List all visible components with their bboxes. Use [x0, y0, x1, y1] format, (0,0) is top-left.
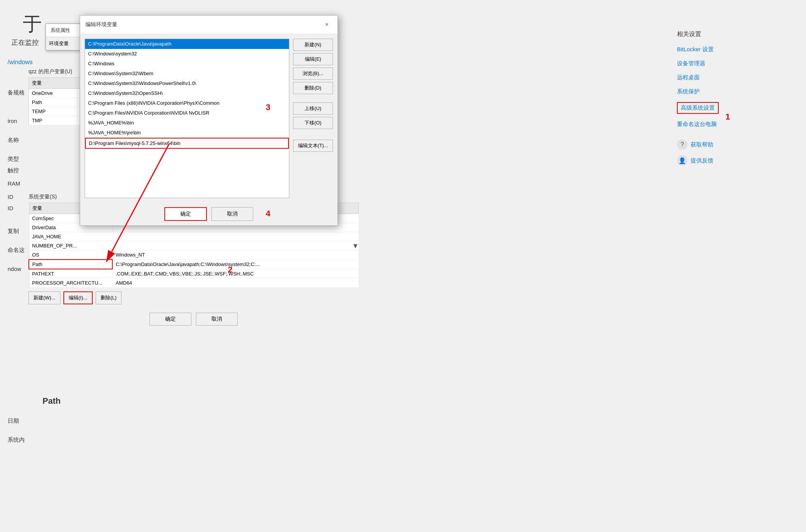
path-item-6[interactable]: C:\Program Files (x86)\NVIDIA Corporatio…	[85, 98, 289, 108]
link-device-manager[interactable]: 设备管理器	[677, 60, 783, 67]
sys-var-btn-row: 新建(W)... 编辑(I)... 删除(L)	[28, 291, 359, 304]
path-item-1[interactable]: C:\Windows\system32	[85, 49, 289, 59]
path-list[interactable]: C:\ProgramData\Oracle\Java\javapath C:\W…	[85, 39, 289, 198]
btn-edit-text[interactable]: 编辑文本(T)...	[293, 140, 333, 152]
sys-var-pathext: PATHEXT	[29, 269, 112, 279]
btn-new[interactable]: 新建(N)	[293, 39, 333, 51]
btn-edit[interactable]: 编辑(E)	[293, 53, 333, 65]
dialog-buttons-col: 新建(N) 编辑(E) 浏览(B)... 删除(D) 上移(U) 下移(O) 编…	[293, 39, 333, 198]
help-icon: ?	[677, 139, 688, 150]
env-vars-ok-btn[interactable]: 确定	[150, 313, 191, 326]
table-row[interactable]: PATHEXT .COM;.EXE;.BAT;.CMD;.VBS;.VBE;.J…	[29, 269, 359, 279]
sys-var-pathext-val: .COM;.EXE;.BAT;.CMD;.VBS;.VBE;.JS;.JSE;.…	[112, 269, 359, 279]
bg-copy-label: 复制	[8, 228, 19, 235]
help-item-0: ? 获取帮助	[677, 139, 783, 150]
dialog-ok-btn[interactable]: 确定	[164, 207, 207, 221]
bg-ram-label: RAM	[8, 180, 20, 187]
env-vars-cancel-btn[interactable]: 取消	[196, 313, 238, 326]
link-rename-pc[interactable]: 重命名这台电脑	[677, 121, 783, 128]
path-label-bg: Path	[43, 396, 61, 406]
env-vars-footer: 确定 取消	[28, 308, 359, 330]
dialog-close-btn[interactable]: ×	[322, 19, 332, 30]
bg-name-label: 名称	[8, 137, 19, 144]
sys-var-numproc: NUMBER_OF_PR...	[29, 241, 112, 250]
sys-var-delete-btn[interactable]: 删除(L)	[96, 291, 121, 304]
path-item-4[interactable]: C:\Windows\System32\WindowsPowerShell\v1…	[85, 79, 289, 88]
bg-rules: 备规格	[8, 89, 25, 96]
bg-type-label: 类型	[8, 156, 19, 163]
link-get-help[interactable]: 获取帮助	[691, 141, 713, 148]
sys-var-java-home: JAVA_HOME	[29, 232, 112, 241]
feedback-icon: 👤	[677, 155, 688, 166]
help-item-1: 👤 提供反馈	[677, 155, 783, 166]
scroll-indicator: ▼	[352, 242, 359, 250]
bg-touch-label: 触控	[8, 167, 19, 174]
link-sys-protection[interactable]: 系统保护	[677, 88, 783, 95]
edit-env-dialog: 编辑环境变量 × C:\ProgramData\Oracle\Java\java…	[80, 15, 338, 226]
link-bitlocker[interactable]: BitLocker 设置	[677, 46, 783, 53]
dialog-footer: 确定 取消	[80, 203, 338, 225]
btn-browse[interactable]: 浏览(B)...	[293, 68, 333, 80]
path-item-9[interactable]: %JAVA_HOME%\jre\bin	[85, 128, 289, 138]
path-item-5[interactable]: C:\Windows\System32\OpenSSH\	[85, 88, 289, 98]
sys-var-new-btn[interactable]: 新建(W)...	[28, 291, 60, 304]
link-remote-desktop[interactable]: 远程桌面	[677, 74, 783, 81]
bg-id1-label: ID	[8, 194, 13, 200]
sys-var-path-val: C:\ProgramData\Oracle\Java\javapath;C:\W…	[112, 260, 359, 269]
sys-var-edit-btn[interactable]: 编辑(I)...	[63, 291, 93, 304]
path-item-3[interactable]: C:\Windows\System32\Wbem	[85, 69, 289, 79]
sys-var-numproc-val	[112, 241, 359, 250]
sys-var-proc-arch-val: AMD64	[112, 279, 359, 288]
sys-var-path-cell: Path	[29, 260, 112, 269]
dialog-title: 编辑环境变量	[85, 21, 117, 28]
sys-var-java-home-val	[112, 232, 359, 241]
right-panel-title: 相关设置	[677, 30, 783, 38]
btn-delete[interactable]: 删除(D)	[293, 82, 333, 94]
path-item-8[interactable]: %JAVA_HOME%\bin	[85, 118, 289, 128]
bg-syssize-label: 系统内	[8, 436, 25, 444]
bg-monitoring: 正在监控	[11, 38, 39, 47]
path-item-7[interactable]: C:\Program Files\NVIDIA Corporation\NVID…	[85, 108, 289, 118]
table-row[interactable]: OS Windows_NT	[29, 250, 359, 260]
bg-rename-label: 命名这	[8, 247, 25, 254]
right-panel: 相关设置 BitLocker 设置 设备管理器 远程桌面 系统保护 高级系统设置…	[677, 30, 783, 171]
link-advanced-sys-settings[interactable]: 高级系统设置	[677, 102, 719, 114]
bg-id2-label: ID	[8, 205, 13, 211]
bg-computername: iron	[8, 118, 17, 124]
path-item-2[interactable]: C:\Windows	[85, 59, 289, 69]
sys-var-os-val: Windows_NT	[112, 250, 359, 260]
bg-date-label: 日期	[8, 417, 19, 425]
btn-move-down[interactable]: 下移(O)	[293, 117, 333, 129]
table-row[interactable]: JAVA_HOME	[29, 232, 359, 241]
sys-var-proc-arch: PROCESSOR_ARCHITECTU...	[29, 279, 112, 288]
table-row[interactable]: NUMBER_OF_PR...	[29, 241, 359, 250]
dialog-titlebar: 编辑环境变量 ×	[80, 16, 338, 34]
table-row-path[interactable]: Path C:\ProgramData\Oracle\Java\javapath…	[29, 260, 359, 269]
btn-move-up[interactable]: 上移(U)	[293, 102, 333, 115]
dialog-body: C:\ProgramData\Oracle\Java\javapath C:\W…	[80, 34, 338, 203]
bg-windows-path: /windows	[8, 59, 33, 66]
bg-title: 于	[23, 11, 42, 37]
bg-windows-label: ndow	[8, 266, 21, 272]
sys-var-os: OS	[29, 250, 112, 260]
table-row[interactable]: PROCESSOR_ARCHITECTU... AMD64	[29, 279, 359, 288]
path-item-10[interactable]: D:\Program Files\mysql-5.7.25-winx64\bin	[85, 138, 289, 149]
dialog-cancel-btn[interactable]: 取消	[211, 207, 253, 221]
help-section: ? 获取帮助 👤 提供反馈	[677, 139, 783, 166]
link-feedback[interactable]: 提供反馈	[691, 157, 713, 164]
path-item-0[interactable]: C:\ProgramData\Oracle\Java\javapath	[85, 39, 289, 49]
sys-props-title: 系统属性	[50, 27, 70, 34]
